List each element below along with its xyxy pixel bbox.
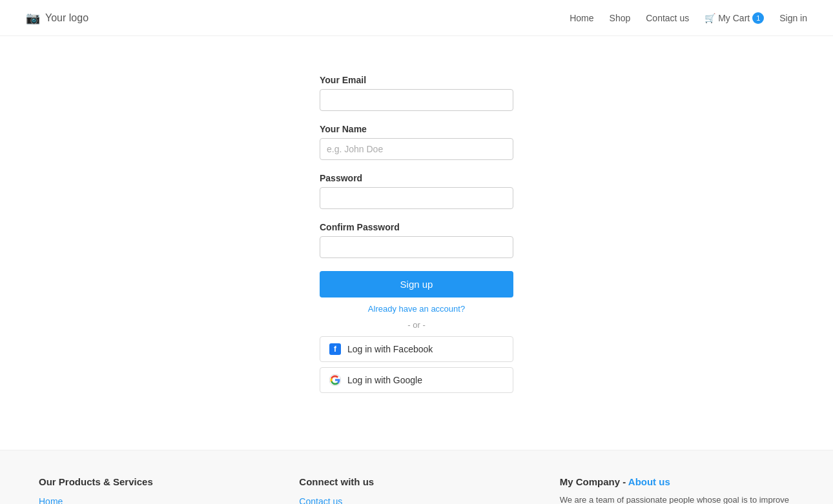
cart-label: My Cart (718, 13, 750, 23)
google-icon (329, 374, 341, 386)
nav-cart[interactable]: 🛒 My Cart 1 (704, 12, 764, 24)
facebook-login-button[interactable]: f Log in with Facebook (320, 336, 513, 362)
name-label: Your Name (320, 124, 513, 134)
nav-home[interactable]: Home (570, 13, 593, 23)
facebook-btn-label: Log in with Facebook (347, 344, 433, 354)
google-btn-label: Log in with Google (347, 375, 422, 385)
footer-connect-title: Connect with us (299, 476, 533, 487)
signup-form: Your Email Your Name Password Confirm Pa… (320, 75, 513, 398)
confirm-password-group: Confirm Password (320, 222, 513, 258)
google-login-button[interactable]: Log in with Google (320, 367, 513, 393)
nav-contact[interactable]: Contact us (646, 13, 689, 23)
email-label: Your Email (320, 75, 513, 85)
footer-company-title: My Company - About us (560, 476, 794, 487)
footer-products-title: Our Products & Services (39, 476, 273, 487)
facebook-icon: f (329, 343, 341, 355)
email-group: Your Email (320, 75, 513, 111)
cart-badge: 1 (752, 12, 764, 24)
name-group: Your Name (320, 124, 513, 160)
email-input[interactable] (320, 89, 513, 111)
signup-button[interactable]: Sign up (320, 271, 513, 297)
camera-icon: 📷 (26, 11, 40, 25)
nav-signin[interactable]: Sign in (779, 13, 807, 23)
footer-home-link[interactable]: Home (39, 496, 273, 504)
main-content: Your Email Your Name Password Confirm Pa… (0, 36, 833, 450)
password-label: Password (320, 173, 513, 183)
nav-shop[interactable]: Shop (610, 13, 631, 23)
confirm-password-input[interactable] (320, 236, 513, 258)
footer-company-desc: We are a team of passionate people whose… (560, 494, 794, 504)
password-group: Password (320, 173, 513, 209)
footer-about-link[interactable]: About us (628, 476, 670, 487)
footer: Our Products & Services Home Connect wit… (0, 450, 833, 504)
header: 📷 Your logo Home Shop Contact us 🛒 My Ca… (0, 0, 833, 36)
company-name: My Company (560, 476, 620, 487)
confirm-password-label: Confirm Password (320, 222, 513, 232)
logo-text: Your logo (45, 12, 88, 24)
password-input[interactable] (320, 187, 513, 209)
footer-contact-link[interactable]: Contact us (299, 496, 533, 504)
cart-icon: 🛒 (704, 13, 715, 23)
footer-company-col: My Company - About us We are a team of p… (560, 476, 794, 504)
footer-connect-col: Connect with us Contact us 📞 ✉ info@your… (299, 476, 533, 504)
footer-products-col: Our Products & Services Home (39, 476, 273, 504)
logo: 📷 Your logo (26, 11, 88, 25)
name-input[interactable] (320, 138, 513, 160)
already-have-account-link[interactable]: Already have an account? (320, 304, 513, 314)
navigation: Home Shop Contact us 🛒 My Cart 1 Sign in (570, 12, 807, 24)
or-divider: - or - (320, 320, 513, 330)
